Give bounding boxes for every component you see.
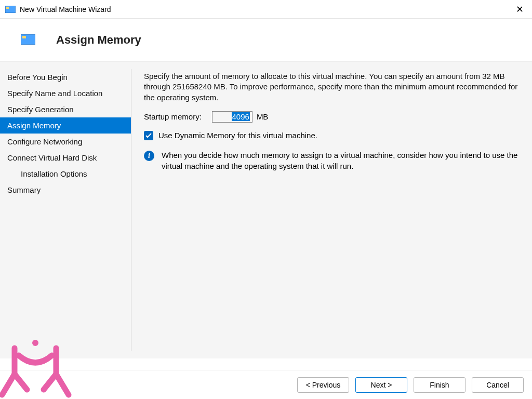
startup-memory-label: Startup memory: <box>144 112 202 121</box>
sidebar-step-1[interactable]: Specify Name and Location <box>0 85 131 101</box>
sidebar-step-2[interactable]: Specify Generation <box>0 101 131 117</box>
sidebar-step-7[interactable]: Summary <box>0 182 131 198</box>
wizard-footer: < Previous Next > Finish Cancel <box>0 370 532 399</box>
sidebar-step-4[interactable]: Configure Networking <box>0 134 131 150</box>
wizard-content: Specify the amount of memory to allocate… <box>131 62 532 358</box>
startup-memory-row: Startup memory: 4096 MB <box>144 111 522 123</box>
app-icon <box>5 5 16 14</box>
memory-unit: MB <box>257 112 269 121</box>
wizard-header: Assign Memory <box>0 19 532 62</box>
cancel-button[interactable]: Cancel <box>472 377 524 393</box>
wizard-icon <box>21 34 35 46</box>
info-text: When you decide how much memory to assig… <box>162 150 522 171</box>
titlebar: New Virtual Machine Wizard ✕ <box>0 0 532 19</box>
info-icon: i <box>144 151 154 161</box>
wizard-steps-sidebar: Before You BeginSpecify Name and Locatio… <box>0 62 131 358</box>
dynamic-memory-label: Use Dynamic Memory for this virtual mach… <box>158 131 317 140</box>
close-button[interactable]: ✕ <box>513 3 527 16</box>
intro-text: Specify the amount of memory to allocate… <box>144 71 522 103</box>
wizard-body: Before You BeginSpecify Name and Locatio… <box>0 62 532 358</box>
finish-button[interactable]: Finish <box>414 377 466 393</box>
sidebar-step-0[interactable]: Before You Begin <box>0 69 131 85</box>
sidebar-step-6[interactable]: Installation Options <box>0 166 131 182</box>
page-title: Assign Memory <box>56 33 141 47</box>
dynamic-memory-checkbox[interactable] <box>144 131 153 140</box>
svg-rect-1 <box>6 7 9 9</box>
sidebar-step-3[interactable]: Assign Memory <box>0 117 131 134</box>
startup-memory-input[interactable]: 4096 <box>212 111 252 123</box>
dynamic-memory-row[interactable]: Use Dynamic Memory for this virtual mach… <box>144 131 522 140</box>
previous-button[interactable]: < Previous <box>297 377 349 393</box>
next-button[interactable]: Next > <box>355 377 407 393</box>
window-title: New Virtual Machine Wizard <box>20 5 513 14</box>
svg-rect-3 <box>22 36 26 38</box>
info-row: i When you decide how much memory to ass… <box>144 150 522 171</box>
sidebar-step-5[interactable]: Connect Virtual Hard Disk <box>0 150 131 166</box>
